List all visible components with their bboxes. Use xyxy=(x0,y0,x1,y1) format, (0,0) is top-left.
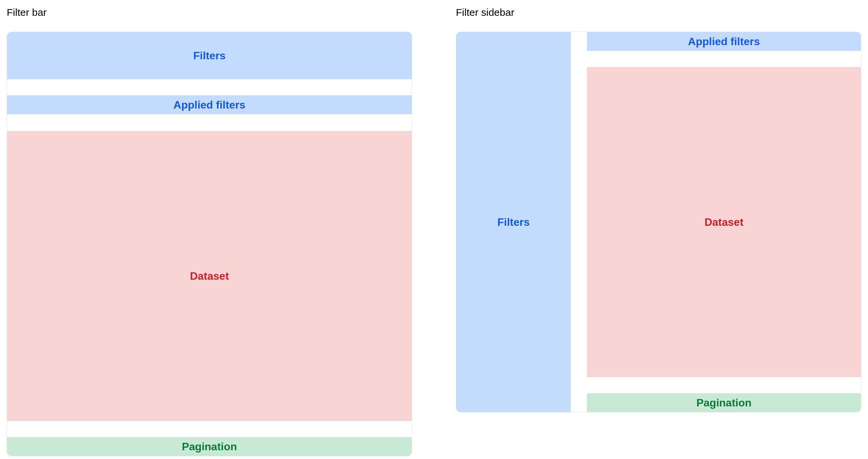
filter-bar-layout: Filters Applied filters Dataset Paginati… xyxy=(7,32,412,456)
pagination-region: Pagination xyxy=(587,393,861,412)
filter-sidebar-title: Filter sidebar xyxy=(456,7,861,18)
pagination-label: Pagination xyxy=(182,440,237,453)
filter-sidebar-section: Filter sidebar Filters Applied filters D… xyxy=(456,7,861,456)
applied-filters-region: Applied filters xyxy=(587,32,861,51)
applied-filters-region: Applied filters xyxy=(7,95,412,114)
filters-region: Filters xyxy=(456,32,571,412)
dataset-label: Dataset xyxy=(190,270,229,282)
spacer xyxy=(587,377,861,393)
dataset-region: Dataset xyxy=(7,131,412,421)
applied-filters-label: Applied filters xyxy=(174,99,245,111)
pagination-label: Pagination xyxy=(696,397,752,409)
spacer xyxy=(571,32,587,412)
filter-bar-title: Filter bar xyxy=(7,7,412,18)
diagram-container: Filter bar Filters Applied filters Datas… xyxy=(7,7,861,456)
dataset-label: Dataset xyxy=(705,216,744,228)
filters-label: Filters xyxy=(193,50,225,62)
filter-bar-section: Filter bar Filters Applied filters Datas… xyxy=(7,7,412,456)
spacer xyxy=(7,421,412,437)
filters-label: Filters xyxy=(497,216,530,228)
filter-sidebar-layout: Filters Applied filters Dataset Paginati… xyxy=(456,32,861,412)
spacer xyxy=(7,114,412,131)
applied-filters-label: Applied filters xyxy=(688,35,760,48)
right-column: Applied filters Dataset Pagination xyxy=(587,32,861,412)
dataset-region: Dataset xyxy=(587,67,861,377)
filters-region: Filters xyxy=(7,32,412,79)
spacer xyxy=(7,79,412,95)
spacer xyxy=(587,51,861,67)
pagination-region: Pagination xyxy=(7,437,412,456)
